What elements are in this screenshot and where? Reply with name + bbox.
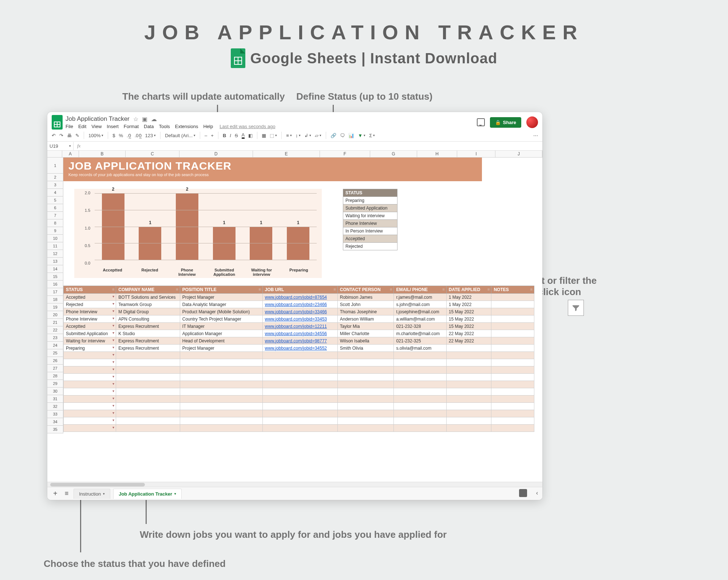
- cell-position[interactable]: Project Manager: [180, 345, 262, 352]
- row-header[interactable]: 19: [47, 303, 63, 311]
- cell-company[interactable]: Teamwork Group: [116, 301, 180, 308]
- row-header[interactable]: 29: [47, 380, 63, 388]
- row-header[interactable]: 4: [47, 189, 63, 196]
- cell-empty[interactable]: [64, 388, 116, 396]
- strikethrough-button[interactable]: S: [235, 133, 238, 138]
- format-percent-button[interactable]: %: [119, 133, 123, 138]
- table-header[interactable]: STATUS≡: [64, 286, 116, 294]
- row-header[interactable]: 28: [47, 372, 63, 380]
- print-button[interactable]: 🖶: [67, 133, 72, 138]
- sheet-content[interactable]: JOB APPLICATION TRACKER Keep records of …: [63, 158, 542, 433]
- functions-button[interactable]: Σ▾: [369, 133, 375, 138]
- cell-empty[interactable]: [491, 359, 534, 366]
- cell-empty[interactable]: [394, 388, 446, 396]
- menu-help[interactable]: Help: [203, 124, 213, 129]
- cell-status[interactable]: Preparing: [64, 345, 116, 352]
- cell-empty[interactable]: [116, 425, 180, 432]
- col-header[interactable]: G: [370, 151, 417, 157]
- text-color-button[interactable]: A: [242, 132, 245, 139]
- cell-empty[interactable]: [491, 388, 534, 396]
- cell-notes[interactable]: [491, 337, 534, 345]
- status-option[interactable]: Preparing: [343, 197, 397, 204]
- cell-empty[interactable]: [337, 352, 394, 359]
- column-headers[interactable]: ABCDEFGHIJ: [47, 151, 542, 158]
- document-title[interactable]: Job Application Tracker: [66, 115, 130, 123]
- cell-url[interactable]: www.jobboard.com/jobid=33453: [262, 315, 337, 323]
- cell-status[interactable]: Waiting for interview: [64, 337, 116, 345]
- cell-empty[interactable]: [446, 388, 491, 396]
- cell-empty[interactable]: [64, 417, 116, 425]
- cell-empty[interactable]: [446, 352, 491, 359]
- table-row[interactable]: [64, 410, 534, 417]
- paint-format-button[interactable]: ✎: [75, 133, 79, 138]
- cell-empty[interactable]: [64, 374, 116, 381]
- cell-empty[interactable]: [491, 417, 534, 425]
- row-header[interactable]: 1: [47, 158, 63, 174]
- row-header[interactable]: 2: [47, 174, 63, 181]
- cell-email[interactable]: a.william@mail.com: [394, 315, 446, 323]
- cell-empty[interactable]: [116, 366, 180, 374]
- cell-empty[interactable]: [491, 425, 534, 432]
- table-row[interactable]: [64, 359, 534, 366]
- add-sheet-button[interactable]: +: [51, 489, 60, 498]
- filter-icon[interactable]: ≡: [530, 287, 533, 291]
- cell-position[interactable]: IT Manager: [180, 323, 262, 330]
- cell-date[interactable]: 22 May 2022: [446, 330, 491, 337]
- cell-empty[interactable]: [394, 410, 446, 417]
- table-header[interactable]: JOB URL≡: [262, 286, 337, 294]
- filter-icon[interactable]: ≡: [258, 287, 261, 291]
- cell-email[interactable]: r.james@mail.com: [394, 294, 446, 301]
- table-row[interactable]: [64, 403, 534, 410]
- cell-position[interactable]: Application Manager: [180, 330, 262, 337]
- horizontal-scrollbar[interactable]: [47, 482, 542, 487]
- applications-table[interactable]: STATUS≡COMPANY NAME≡POSITION TITLE≡JOB U…: [63, 286, 534, 432]
- cell-contact[interactable]: Miller Charlotte: [337, 330, 394, 337]
- row-header[interactable]: 16: [47, 281, 63, 288]
- row-header[interactable]: 24: [47, 342, 63, 349]
- row-header[interactable]: 23: [47, 334, 63, 342]
- row-header[interactable]: 11: [47, 242, 63, 250]
- cell-empty[interactable]: [491, 410, 534, 417]
- tab-instruction[interactable]: Instruction▾: [74, 489, 110, 499]
- share-button[interactable]: 🔒 Share: [490, 117, 521, 128]
- cell-empty[interactable]: [394, 374, 446, 381]
- cell-status[interactable]: Acceptted: [64, 294, 116, 301]
- status-bar-chart[interactable]: 0.00.51.01.52.0 212111 AccepttedRejected…: [74, 189, 322, 278]
- cell-empty[interactable]: [262, 388, 337, 396]
- menu-format[interactable]: Format: [124, 124, 139, 129]
- status-option[interactable]: In Person Interview: [343, 227, 397, 235]
- col-header[interactable]: J: [495, 151, 542, 157]
- cell-url[interactable]: www.jobboard.com/jobid=12211: [262, 323, 337, 330]
- cell-status[interactable]: Phone Interview: [64, 315, 116, 323]
- cell-empty[interactable]: [394, 366, 446, 374]
- cell-contact[interactable]: Scott John: [337, 301, 394, 308]
- cell-empty[interactable]: [394, 359, 446, 366]
- cell-empty[interactable]: [180, 352, 262, 359]
- col-header[interactable]: C: [126, 151, 179, 157]
- spreadsheet-grid[interactable]: ABCDEFGHIJ 12345678910111213141516171819…: [47, 151, 542, 489]
- cell-empty[interactable]: [180, 396, 262, 403]
- cell-empty[interactable]: [262, 425, 337, 432]
- cell-status[interactable]: Rejected: [64, 301, 116, 308]
- cell-company[interactable]: Express Recruitment: [116, 323, 180, 330]
- font-select[interactable]: Default (Ari... ▾: [165, 133, 195, 138]
- table-row[interactable]: [64, 388, 534, 396]
- filter-button[interactable]: ▼▾: [358, 133, 365, 138]
- cell-empty[interactable]: [262, 359, 337, 366]
- cell-contact[interactable]: Thomas Josephine: [337, 308, 394, 315]
- cell-status[interactable]: Phone Interview: [64, 308, 116, 315]
- sheets-app-icon[interactable]: [52, 115, 63, 130]
- cell-notes[interactable]: [491, 294, 534, 301]
- cell-empty[interactable]: [262, 410, 337, 417]
- status-option[interactable]: Submitted Application: [343, 204, 397, 212]
- table-header[interactable]: POSITION TITLE≡: [180, 286, 262, 294]
- cell-date[interactable]: [446, 345, 491, 352]
- cell-position[interactable]: Country Tech Project Manager: [180, 315, 262, 323]
- row-header[interactable]: 22: [47, 326, 63, 334]
- cell-email[interactable]: 021-232-328: [394, 323, 446, 330]
- cell-empty[interactable]: [446, 374, 491, 381]
- cell-empty[interactable]: [262, 403, 337, 410]
- font-size-increase[interactable]: +: [211, 133, 214, 138]
- cell-date[interactable]: 1 May 2022: [446, 294, 491, 301]
- cell-empty[interactable]: [491, 403, 534, 410]
